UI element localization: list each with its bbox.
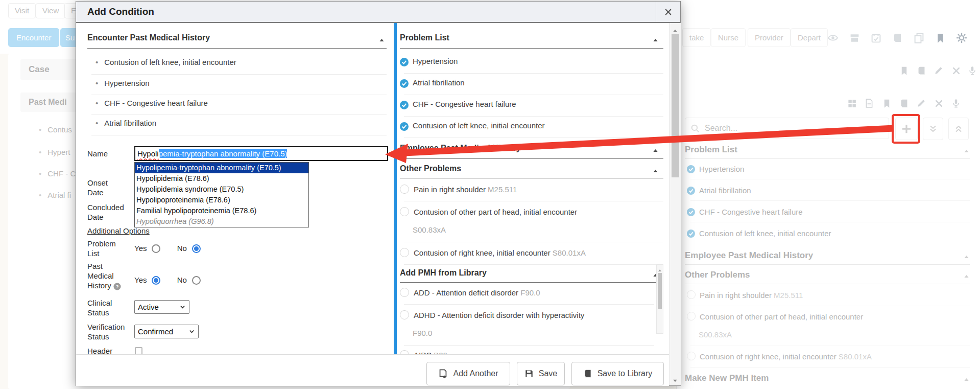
modal-other-problem-item[interactable]: Contusion of other part of head, initial… (400, 207, 577, 216)
file-plus-icon (438, 369, 448, 379)
verification-status-select[interactable]: Confirmed (134, 325, 199, 338)
dialog-header[interactable]: Add Condition (76, 2, 680, 23)
bullet: • (95, 119, 98, 127)
screen: Visit View E Encounter Su take Nurse Pro… (0, 0, 980, 389)
modal-employee-pmh-header[interactable]: Employee Past Medical History (400, 144, 521, 153)
modal-other-problems-header[interactable]: Other Problems (400, 164, 461, 173)
yes-label: Yes (134, 276, 147, 284)
circle-icon (400, 310, 409, 319)
circle-icon (400, 288, 409, 297)
suggestion-item[interactable]: Hypolipidemia (E78.6) (135, 173, 308, 184)
problem-list-label: Problem List (87, 239, 123, 258)
suggestion-item[interactable]: Hypolipidemia syndrome (E70.5) (135, 184, 308, 195)
no-label: No (177, 244, 187, 253)
bullet: • (95, 79, 98, 87)
save-button[interactable]: Save (517, 362, 565, 385)
condition-name-input[interactable]: Hypolipemia-tryptophan abnormality (E70.… (134, 146, 388, 161)
suggestion-item[interactable]: Hypolipemia-tryptophan abnormality (E70.… (135, 163, 308, 173)
suggestion-item[interactable]: Hypolipoproteinemia (E78.6) (135, 195, 308, 205)
chevron-down-icon (188, 328, 195, 335)
suggestion-item[interactable]: Hypoliquorrhea (G96.8) (135, 216, 308, 227)
caret-up-icon[interactable] (378, 35, 385, 44)
past-medical-history-label: Past Medical History (87, 261, 126, 290)
circle-icon (400, 248, 409, 257)
scroll-down-icon[interactable] (672, 376, 678, 385)
add-pmh-library-header[interactable]: Add PMH from Library (400, 268, 487, 278)
check-circle-icon (400, 101, 409, 109)
pmh-radio-group: Yes No (134, 276, 215, 285)
caret-up-icon[interactable] (652, 146, 659, 155)
pmh-yes-radio[interactable] (152, 276, 160, 285)
add-condition-dialog: Add Condition Encounter Past Medical His… (76, 1, 681, 386)
additional-options-link[interactable]: Additional Options (87, 226, 150, 235)
caret-up-icon[interactable] (652, 35, 659, 44)
verification-status-label: Verification Status (87, 322, 132, 341)
autocomplete-selection: pemia-tryptophan abnormality (E70.5) (159, 149, 288, 158)
scrollbar-thumb[interactable] (658, 273, 662, 309)
modal-problem-item[interactable]: CHF - Congestive heart failure (400, 100, 516, 109)
modal-scrollbar[interactable] (670, 23, 681, 385)
dialog-title: Add Condition (87, 6, 154, 17)
save-to-library-button[interactable]: Save to Library (571, 362, 664, 385)
modal-other-problem-code: S00.83xA (413, 225, 446, 234)
check-circle-icon (400, 122, 409, 131)
modal-problem-item[interactable]: Contusion of left knee, initial encounte… (400, 121, 545, 131)
header-checkbox[interactable] (135, 347, 142, 355)
encounter-pmh-item[interactable]: •Contusion of left knee, initial encount… (95, 58, 236, 66)
check-circle-icon (400, 79, 409, 88)
scrollbar-thumb[interactable] (672, 34, 679, 177)
library-pmh-item[interactable]: ADHD - Attention deficit disorder with h… (400, 310, 584, 319)
no-label: No (177, 276, 187, 284)
help-icon[interactable] (113, 283, 121, 290)
problem-list-radio-group: Yes No (134, 244, 215, 253)
floppy-disk-icon (524, 369, 534, 378)
close-button[interactable] (656, 2, 680, 22)
clinical-status-label: Clinical Status (87, 298, 123, 317)
circle-icon (400, 207, 409, 216)
clinical-status-select[interactable]: Active (134, 300, 189, 314)
modal-problem-item[interactable]: Atrial fibrillation (400, 78, 465, 88)
modal-other-problem-item[interactable]: Pain in right shoulder M25.511 (400, 185, 517, 194)
add-another-button[interactable]: Add Another (426, 362, 510, 385)
close-icon (664, 8, 672, 16)
annotation-highlight-box (892, 114, 920, 144)
typed-text: Hypoli (137, 149, 159, 158)
circle-icon (400, 185, 409, 194)
column-divider (394, 23, 397, 355)
concluded-date-label: Concluded Date (87, 202, 132, 222)
modal-problem-list-header[interactable]: Problem List (400, 33, 449, 42)
chevron-down-icon (179, 304, 186, 310)
problem-list-no-radio[interactable] (192, 244, 201, 253)
encounter-pmh-item[interactable]: •Atrial fibrillation (95, 119, 156, 127)
onset-date-label: Onset Date (87, 178, 123, 197)
bullet: • (95, 58, 98, 66)
yes-label: Yes (134, 244, 147, 253)
name-label: Name (87, 149, 132, 158)
book-icon (583, 369, 592, 378)
encounter-pmh-item[interactable]: •CHF - Congestive heart failure (95, 99, 208, 107)
modal-other-problem-item[interactable]: Contusion of right knee, initial encount… (400, 248, 586, 257)
encounter-pmh-item[interactable]: •Hypertension (95, 79, 150, 87)
modal-problem-item[interactable]: Hypertension (400, 57, 458, 66)
library-pmh-item[interactable]: ADD - Attention deficit disorder F90.0 (400, 288, 540, 297)
library-scrollbar[interactable] (656, 264, 663, 334)
suggestion-item[interactable]: Familial hypolipoproteinemia (E78.6) (135, 205, 308, 216)
library-pmh-code: F90.0 (413, 329, 432, 337)
dialog-footer: Add Another Save Save to Library (76, 354, 669, 386)
encounter-pmh-header[interactable]: Encounter Past Medical History (87, 33, 210, 42)
caret-up-icon[interactable] (652, 166, 659, 175)
name-suggestions-dropdown: Hypolipemia-tryptophan abnormality (E70.… (134, 162, 309, 227)
problem-list-yes-radio[interactable] (152, 244, 160, 253)
pmh-no-radio[interactable] (192, 276, 201, 285)
scroll-up-icon[interactable] (672, 26, 678, 35)
check-circle-icon (400, 58, 409, 66)
bullet: • (95, 99, 98, 107)
